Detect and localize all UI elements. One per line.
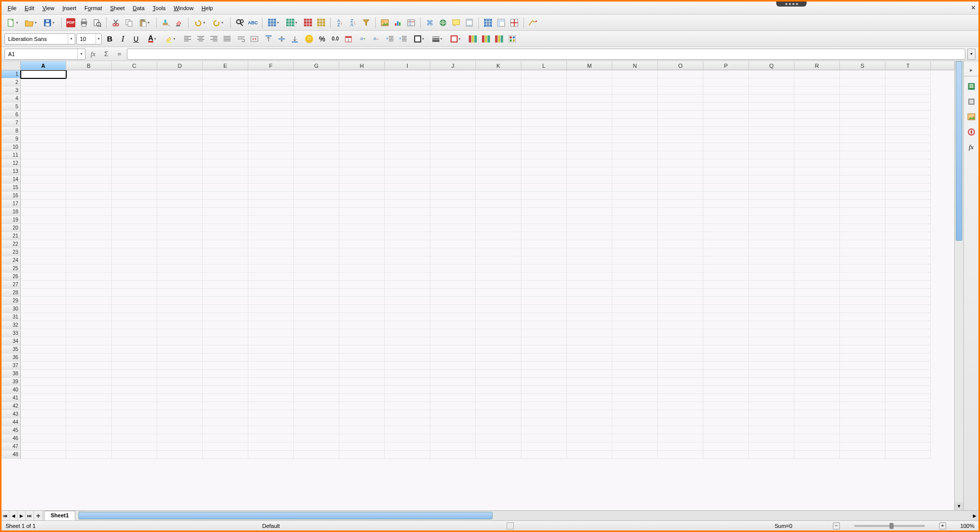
cell[interactable] (794, 451, 840, 459)
cell[interactable] (385, 402, 430, 410)
cell[interactable] (66, 273, 112, 281)
row-header[interactable]: 12 (2, 159, 21, 167)
cell[interactable] (567, 378, 612, 386)
cut-button[interactable] (110, 17, 122, 29)
cell[interactable] (521, 216, 567, 224)
menu-tools[interactable]: Tools (149, 3, 170, 13)
cell[interactable] (794, 103, 840, 111)
sidebar-expand-button[interactable]: ▸ (964, 64, 978, 76)
cell[interactable] (339, 305, 385, 313)
cell[interactable] (885, 184, 931, 192)
cell[interactable] (885, 240, 931, 248)
cell[interactable] (521, 248, 567, 256)
cell[interactable] (794, 442, 840, 451)
cell[interactable] (567, 208, 612, 216)
cell[interactable] (66, 451, 112, 459)
cell[interactable] (339, 418, 385, 426)
cell[interactable] (885, 70, 931, 78)
cell[interactable] (112, 370, 157, 378)
cell[interactable] (794, 426, 840, 434)
cell[interactable] (521, 281, 567, 289)
cell[interactable] (885, 232, 931, 240)
cell[interactable] (794, 353, 840, 362)
cell[interactable] (567, 345, 612, 353)
cell[interactable] (294, 370, 339, 378)
wrap-text-button[interactable] (235, 33, 247, 45)
cell[interactable] (658, 248, 703, 256)
cell[interactable] (21, 184, 66, 192)
cell[interactable] (385, 135, 430, 143)
cell[interactable] (885, 410, 931, 418)
name-box-dropdown[interactable]: ▾ (77, 49, 85, 59)
cell[interactable] (567, 78, 612, 86)
cell[interactable] (885, 345, 931, 353)
cell[interactable] (430, 216, 476, 224)
cell[interactable] (658, 159, 703, 167)
cell[interactable] (294, 353, 339, 362)
cell[interactable] (430, 410, 476, 418)
cell[interactable] (749, 337, 794, 345)
cell[interactable] (294, 143, 339, 151)
cell[interactable] (840, 70, 885, 78)
cell[interactable] (703, 135, 749, 143)
cell[interactable] (658, 386, 703, 394)
cell[interactable] (476, 329, 521, 337)
cell[interactable] (203, 184, 248, 192)
row-header[interactable]: 24 (2, 256, 21, 264)
cell[interactable] (294, 264, 339, 273)
cell[interactable] (885, 273, 931, 281)
cell[interactable] (21, 70, 66, 78)
cell[interactable] (794, 297, 840, 305)
cell[interactable] (112, 192, 157, 200)
cell[interactable] (339, 86, 385, 95)
row-header[interactable]: 5 (2, 103, 21, 111)
cell[interactable] (385, 70, 430, 78)
cell[interactable] (612, 345, 658, 353)
print-preview-button[interactable] (91, 17, 103, 29)
font-name-dropdown[interactable]: ▾ (68, 34, 75, 44)
cell[interactable] (248, 353, 294, 362)
cell[interactable] (703, 78, 749, 86)
cell[interactable] (157, 273, 203, 281)
cell[interactable] (385, 208, 430, 216)
cell[interactable] (248, 151, 294, 159)
cell[interactable] (521, 313, 567, 321)
cell[interactable] (385, 111, 430, 119)
cell[interactable] (203, 232, 248, 240)
cell[interactable] (385, 103, 430, 111)
cell[interactable] (112, 442, 157, 451)
cell[interactable] (112, 345, 157, 353)
cell[interactable] (203, 70, 248, 78)
cell[interactable] (339, 264, 385, 273)
cell[interactable] (658, 184, 703, 192)
cell[interactable] (885, 78, 931, 86)
cell[interactable] (203, 305, 248, 313)
cell[interactable] (385, 345, 430, 353)
cell[interactable] (21, 208, 66, 216)
cell[interactable] (521, 208, 567, 216)
cell[interactable] (248, 119, 294, 127)
row-header[interactable]: 17 (2, 200, 21, 208)
save-button[interactable]: ▾ (41, 17, 58, 29)
row-header[interactable]: 28 (2, 289, 21, 297)
cell[interactable] (658, 167, 703, 175)
cell[interactable] (112, 402, 157, 410)
cell[interactable] (21, 240, 66, 248)
cell[interactable] (567, 297, 612, 305)
insert-comment-button[interactable] (450, 17, 462, 29)
italic-button[interactable]: I (117, 33, 129, 45)
cell[interactable] (157, 418, 203, 426)
cell[interactable] (157, 111, 203, 119)
formula-input[interactable] (127, 49, 965, 60)
column-header[interactable]: I (385, 61, 430, 70)
cell[interactable] (294, 451, 339, 459)
cell[interactable] (476, 289, 521, 297)
cell[interactable] (703, 200, 749, 208)
cell[interactable] (567, 426, 612, 434)
cell[interactable] (612, 337, 658, 345)
cell[interactable] (66, 184, 112, 192)
cell[interactable] (521, 103, 567, 111)
cell[interactable] (794, 329, 840, 337)
function-wizard-button[interactable]: fx (87, 49, 99, 60)
cell[interactable] (294, 167, 339, 175)
